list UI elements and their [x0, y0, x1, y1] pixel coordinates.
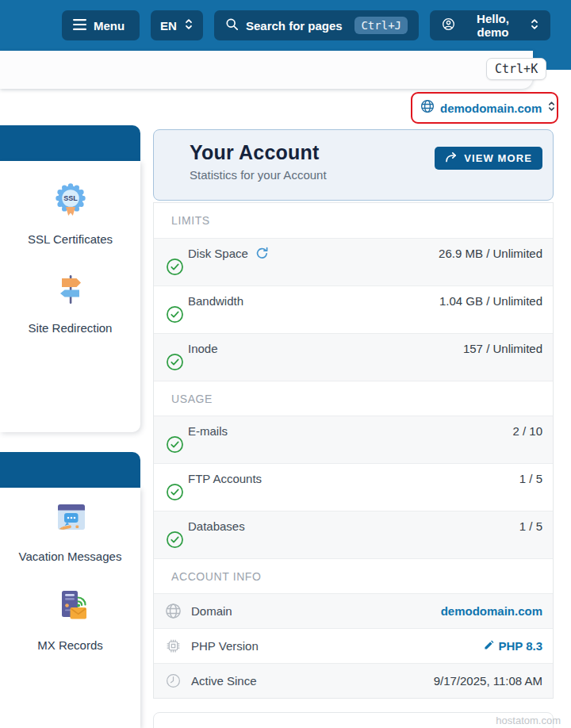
domain-selector-value: demodomain.com: [440, 102, 542, 115]
stat-row-bandwidth: Bandwidth 1.04 GB / Unlimited: [154, 285, 553, 333]
check-circle-icon: [161, 247, 188, 285]
check-circle-icon: [161, 342, 188, 381]
php-version-link[interactable]: PHP 8.3: [484, 639, 542, 653]
stat-value: 26.9 MB / Unlimited: [439, 247, 542, 260]
language-selector-label: EN: [160, 19, 177, 33]
view-more-label: VIEW MORE: [464, 152, 532, 164]
signpost-icon: [52, 270, 90, 308]
mx-records-icon: [52, 587, 90, 625]
stat-label: Databases: [188, 519, 245, 533]
info-row-active-since: Active Since 9/17/2025, 11:08 AM: [154, 663, 553, 698]
sidebar-item-mx-records[interactable]: MX Records: [0, 587, 140, 652]
menu-button[interactable]: Menu: [62, 10, 140, 40]
sidebar-card-security: SSL SSL Certificates Site Redirection: [0, 161, 140, 432]
stat-label: Bandwidth: [188, 294, 243, 308]
section-heading-account-info: ACCOUNT INFO: [154, 558, 553, 593]
search-overlay-panel: [0, 51, 533, 89]
svg-text:SSL: SSL: [63, 194, 78, 202]
account-stats-panel: LIMITS Disk Space 26.9 MB / Unlimited: [153, 202, 554, 699]
sidebar-item-vacation-messages[interactable]: Vacation Messages: [0, 498, 140, 563]
user-menu-button[interactable]: Hello, demo: [430, 10, 550, 40]
watermark: hostatom.com: [496, 715, 561, 726]
stat-row-inode: Inode 157 / Unlimited: [154, 333, 553, 381]
check-circle-icon: [161, 294, 188, 333]
chevron-updown-icon: [547, 101, 556, 115]
refresh-icon[interactable]: [255, 247, 269, 260]
account-summary-card: Your Account Statistics for your Account…: [153, 129, 554, 201]
stat-value: 1 / 5: [519, 472, 542, 485]
menu-button-label: Menu: [94, 19, 125, 33]
info-row-domain: Domain demodomain.com: [154, 593, 553, 628]
clock-icon: [165, 672, 182, 689]
check-circle-icon: [161, 472, 188, 511]
info-label: Active Since: [191, 674, 257, 688]
user-menu-label: Hello, demo: [463, 12, 523, 39]
ssl-badge-icon: SSL: [52, 181, 90, 219]
info-label: PHP Version: [191, 639, 259, 653]
stat-row-databases: Databases 1 / 5: [154, 511, 553, 558]
stat-row-emails: E-mails 2 / 10: [154, 416, 553, 463]
active-since-value: 9/17/2025, 11:08 AM: [434, 674, 542, 688]
php-version-value: PHP 8.3: [498, 639, 542, 653]
pencil-icon: [484, 639, 494, 653]
sidebar-item-ssl-certificates[interactable]: SSL SSL Certificates: [0, 181, 140, 246]
stat-label: E-mails: [188, 424, 228, 438]
info-row-php-version: PHP Version PHP 8.3: [154, 628, 553, 663]
sidebar-group-header: [0, 125, 140, 161]
section-heading-limits: LIMITS: [154, 203, 553, 238]
hamburger-icon: [73, 19, 86, 33]
globe-icon: [420, 99, 435, 117]
stat-label: FTP Accounts: [188, 472, 262, 485]
chevron-updown-icon: [184, 18, 194, 33]
vacation-messages-icon: [52, 498, 90, 536]
stat-row-disk-space: Disk Space 26.9 MB / Unlimited: [154, 238, 553, 285]
view-more-button[interactable]: VIEW MORE: [435, 147, 542, 170]
page-subtitle: Statistics for your Account: [190, 168, 542, 182]
stat-value: 1 / 5: [519, 519, 542, 533]
chevron-updown-icon: [530, 18, 539, 33]
search-shortcut-kbd-k: Ctrl+K: [486, 58, 546, 80]
stat-value: 1.04 GB / Unlimited: [439, 294, 542, 308]
stat-label: Disk Space: [188, 247, 248, 260]
sidebar-item-label: SSL Certificates: [28, 232, 113, 246]
user-icon: [441, 17, 456, 34]
stat-label: Inode: [188, 342, 218, 355]
redo-arrow-icon: [445, 151, 458, 165]
sidebar-item-label: MX Records: [37, 638, 103, 652]
stat-value: 157 / Unlimited: [463, 342, 542, 355]
sidebar-card-mail: Vacation Messages MX Records: [0, 488, 140, 728]
check-circle-icon: [161, 424, 188, 463]
next-card-partial: [153, 712, 554, 728]
domain-link[interactable]: demodomain.com: [441, 604, 542, 618]
language-selector[interactable]: EN: [151, 10, 203, 40]
sidebar-item-label: Site Redirection: [29, 321, 113, 335]
search-button[interactable]: Search for pages Ctrl+J: [214, 10, 419, 40]
search-shortcut-kbd: Ctrl+J: [354, 17, 408, 34]
domain-selector[interactable]: demodomain.com: [411, 92, 558, 124]
sidebar-group-header: [0, 452, 140, 488]
check-circle-icon: [161, 519, 188, 558]
globe-icon: [165, 603, 182, 619]
info-label: Domain: [191, 604, 232, 618]
search-button-label: Search for pages: [246, 19, 343, 33]
stat-value: 2 / 10: [512, 424, 542, 438]
sidebar-item-label: Vacation Messages: [19, 550, 122, 563]
sidebar-item-site-redirection[interactable]: Site Redirection: [0, 270, 140, 335]
search-icon: [225, 17, 239, 33]
hosting-panel-dashboard: Menu EN Search for pages Ctrl+J Hello, d…: [0, 0, 571, 728]
section-heading-usage: USAGE: [154, 381, 553, 416]
chip-icon: [165, 638, 182, 654]
stat-row-ftp-accounts: FTP Accounts 1 / 5: [154, 463, 553, 511]
